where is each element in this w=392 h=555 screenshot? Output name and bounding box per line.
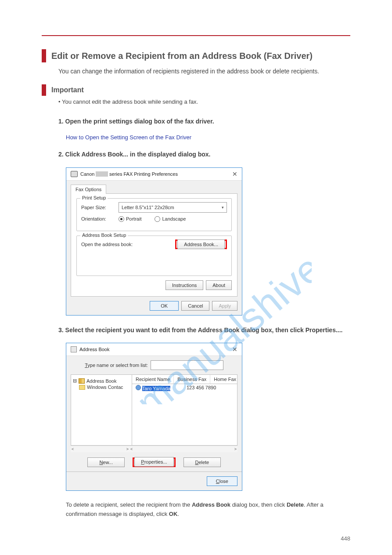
filter-input[interactable] (151, 360, 223, 370)
apply-button: Apply (212, 301, 237, 311)
split-pane: ⊟ Address Book Windows Contac Recipient … (71, 374, 237, 446)
highlight-address-book: Address Book... (175, 239, 227, 249)
step-1-link[interactable]: How to Open the Setting Screen of the Fa… (66, 134, 350, 141)
dialog2-title: Address Book (79, 347, 109, 352)
intro-text: You can change the information of recipi… (58, 68, 350, 75)
close-icon[interactable]: ✕ (232, 170, 237, 178)
page-title-row: Edit or Remove a Recipient from an Addre… (42, 49, 350, 62)
radio-dot-icon (119, 216, 124, 222)
step-2: 2. Click Address Book... in the displaye… (58, 149, 350, 159)
tree-child[interactable]: Windows Contac (79, 384, 130, 390)
instructions-button[interactable]: Instructions (165, 280, 203, 290)
list-row[interactable]: Taro Yamada 123 456 7890 (132, 384, 237, 392)
list-header: Recipient Name Business Fax Home Fax Pri… (132, 375, 237, 384)
address-book-button[interactable]: Address Book... (177, 239, 225, 249)
tree-scrollbar[interactable]: <> (71, 446, 129, 452)
group-print-label: Print Setup (80, 195, 108, 200)
close-icon[interactable]: ✕ (232, 346, 237, 353)
business-fax-cell: 123 456 7890 (183, 384, 225, 392)
radio-portrait[interactable]: Portrait (119, 216, 141, 222)
dialog-fax-preferences: Canon xxxxx series FAX Printing Preferen… (66, 167, 242, 316)
new-button[interactable]: New... (87, 457, 125, 467)
open-address-book-label: Open the address book: (81, 242, 133, 247)
dialog1-titlebar: Canon xxxxx series FAX Printing Preferen… (66, 168, 242, 181)
page-number: 448 (341, 535, 350, 542)
properties-button[interactable]: Properties... (134, 457, 173, 467)
dialog1-title: Canon xxxxx series FAX Printing Preferen… (80, 171, 178, 177)
printer-icon (71, 171, 78, 177)
group-print-setup: Print Setup Paper Size: Letter 8.5"x11" … (76, 198, 232, 231)
step-1: 1. Open the print settings dialog box of… (58, 116, 350, 126)
col-recipient-name[interactable]: Recipient Name (132, 375, 174, 384)
important-text: • You cannot edit the address book while… (58, 98, 350, 105)
paper-size-label: Paper Size: (81, 205, 119, 210)
dialog2-titlebar: Address Book ✕ (66, 343, 242, 356)
delete-button[interactable]: Delete (183, 457, 221, 467)
ok-button[interactable]: OK (150, 301, 179, 311)
radio-landscape[interactable]: Landscape (155, 216, 186, 222)
group-address-book-setup: Address Book Setup Open the address book… (76, 236, 232, 276)
important-accent-bar (42, 84, 46, 96)
recipient-name-cell: Taro Yamada (142, 386, 170, 391)
folder-icon (79, 385, 85, 390)
list-pane[interactable]: Recipient Name Business Fax Home Fax Pri… (132, 375, 237, 445)
col-business-fax[interactable]: Business Fax (174, 375, 210, 384)
chevron-down-icon: ▾ (222, 205, 224, 210)
tree-pane[interactable]: ⊟ Address Book Windows Contac (71, 375, 132, 445)
important-label: Important (51, 86, 84, 94)
group-ab-label: Address Book Setup (80, 232, 128, 238)
close-button[interactable]: Close (207, 476, 237, 486)
orientation-label: Orientation: (81, 216, 119, 221)
tab-fax-options[interactable]: Fax Options (71, 185, 106, 194)
filter-label: Type name or select from list: (85, 363, 148, 368)
dialog-address-book: Address Book ✕ Type name or select from … (66, 343, 242, 491)
window-icon (71, 346, 77, 352)
tree-root[interactable]: ⊟ Address Book (73, 377, 130, 384)
person-icon (136, 385, 141, 390)
paper-size-select[interactable]: Letter 8.5"x11" 22x28cm ▾ (119, 202, 227, 213)
radio-dot-icon (155, 216, 160, 222)
book-icon (79, 378, 85, 384)
list-scrollbar[interactable]: <> (129, 446, 237, 452)
page-title: Edit or Remove a Recipient from an Addre… (51, 51, 313, 61)
title-accent-bar (42, 49, 46, 62)
paper-size-value: Letter 8.5"x11" 22x28cm (122, 205, 174, 210)
col-home-fax[interactable]: Home Fax (210, 375, 237, 384)
step-3-note: To delete a recipient, select the recipi… (66, 501, 350, 519)
highlight-properties: Properties... (133, 457, 175, 467)
step-3: 3. Select the recipient you want to edit… (58, 325, 350, 335)
cancel-button[interactable]: Cancel (181, 301, 209, 311)
header-rule (42, 35, 350, 36)
about-button[interactable]: About (206, 280, 232, 290)
